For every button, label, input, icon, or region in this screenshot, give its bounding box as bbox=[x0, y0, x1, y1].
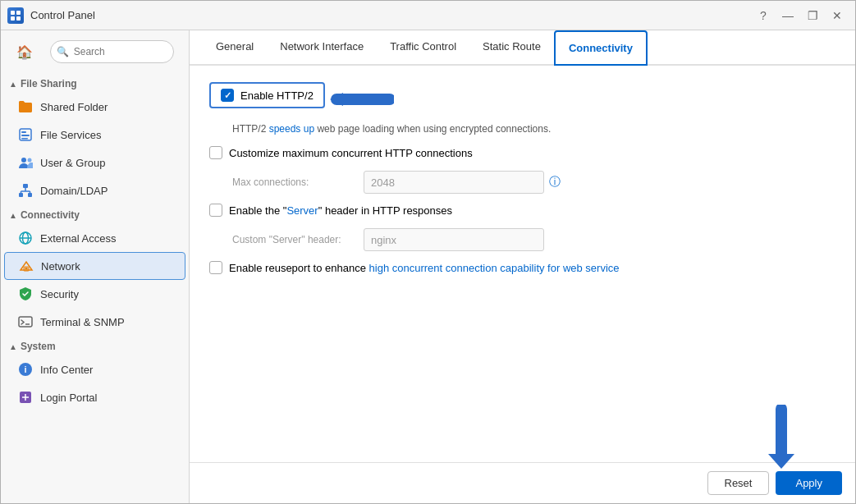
home-button[interactable]: 🏠 bbox=[14, 39, 35, 65]
sidebar-item-shared-folder[interactable]: Shared Folder bbox=[1, 93, 189, 121]
system-section-header[interactable]: ▲ System bbox=[1, 336, 189, 355]
custom-server-input[interactable] bbox=[364, 228, 544, 251]
svg-rect-11 bbox=[19, 193, 23, 197]
http2-label: Enable HTTP/2 bbox=[240, 89, 314, 102]
svg-rect-10 bbox=[23, 184, 28, 188]
search-icon: 🔍 bbox=[57, 46, 69, 57]
http2-checkbox[interactable] bbox=[221, 89, 234, 102]
connectivity-section-header[interactable]: ▲ Connectivity bbox=[1, 204, 189, 224]
chevron-down-icon: ▲ bbox=[9, 342, 17, 351]
sidebar-item-label: Domain/LDAP bbox=[40, 185, 108, 197]
sidebar-item-label: Terminal & SNMP bbox=[40, 316, 125, 328]
sidebar-top-row: 🏠 🔍 bbox=[1, 30, 189, 73]
main-window: Control Panel ? — ❐ ✕ 🏠 🔍 ▲ File Sharing bbox=[0, 0, 856, 504]
window-controls: ? — ❐ ✕ bbox=[752, 6, 849, 25]
sidebar-item-file-services[interactable]: File Services bbox=[1, 121, 189, 149]
svg-rect-5 bbox=[21, 131, 26, 133]
svg-point-9 bbox=[28, 158, 32, 163]
sidebar-item-label: Login Portal bbox=[40, 392, 97, 404]
apply-button[interactable]: Apply bbox=[776, 471, 842, 495]
content-area: Enable HTTP/2 HTTP/ bbox=[190, 66, 855, 462]
svg-rect-7 bbox=[21, 138, 28, 140]
footer-container: Reset Apply bbox=[190, 462, 855, 503]
tab-static-route[interactable]: Static Route bbox=[469, 30, 554, 66]
custom-server-label: Custom "Server" header: bbox=[232, 234, 364, 245]
users-icon bbox=[17, 154, 34, 171]
reuseport-text: Enable reuseport to enhance high concurr… bbox=[229, 262, 620, 274]
network-icon bbox=[18, 258, 34, 274]
sidebar-item-external-access[interactable]: External Access bbox=[1, 224, 189, 252]
svg-rect-0 bbox=[11, 11, 15, 15]
tab-general[interactable]: General bbox=[203, 30, 267, 66]
sidebar-item-security[interactable]: Security bbox=[1, 280, 189, 308]
sidebar-item-label: Security bbox=[40, 288, 79, 300]
svg-rect-1 bbox=[16, 11, 21, 15]
file-services-icon bbox=[17, 126, 34, 143]
reuseport-row: Enable reuseport to enhance high concurr… bbox=[209, 261, 835, 274]
sidebar-item-domain-ldap[interactable]: Domain/LDAP bbox=[1, 176, 189, 204]
login-icon bbox=[17, 389, 34, 405]
sidebar-item-label: Shared Folder bbox=[40, 101, 108, 113]
close-button[interactable]: ✕ bbox=[826, 6, 849, 25]
search-box: 🔍 bbox=[50, 40, 174, 63]
max-connections-row: Max connections: ⓘ bbox=[209, 171, 835, 194]
svg-rect-12 bbox=[28, 193, 32, 197]
highlight-speeds-up: speeds up bbox=[269, 123, 314, 135]
svg-rect-22 bbox=[19, 317, 32, 327]
http2-description: HTTP/2 speeds up web page loading when u… bbox=[209, 123, 835, 135]
folder-icon bbox=[17, 99, 34, 115]
help-button[interactable]: ? bbox=[752, 6, 775, 25]
chevron-down-icon: ▲ bbox=[9, 80, 17, 89]
tab-network-interface[interactable]: Network Interface bbox=[267, 30, 377, 66]
terminal-icon bbox=[17, 314, 34, 330]
chevron-down-icon: ▲ bbox=[9, 211, 17, 220]
minimize-button[interactable]: — bbox=[776, 6, 799, 25]
server-header-row: Enable the "Server" header in HTTP respo… bbox=[209, 204, 835, 217]
customize-http-label[interactable]: Customize maximum concurrent HTTP connec… bbox=[209, 146, 473, 159]
sidebar-item-label: Info Center bbox=[40, 364, 93, 376]
sidebar-item-label: Network bbox=[41, 260, 80, 273]
sidebar: 🏠 🔍 ▲ File Sharing Shared Folder bbox=[1, 30, 190, 503]
customize-http-text: Customize maximum concurrent HTTP connec… bbox=[229, 147, 473, 159]
http2-arrow-annotation bbox=[328, 85, 394, 114]
app-icon bbox=[7, 7, 24, 24]
file-sharing-section-header[interactable]: ▲ File Sharing bbox=[1, 73, 189, 93]
reuseport-label[interactable]: Enable reuseport to enhance high concurr… bbox=[209, 261, 620, 274]
sidebar-item-user-group[interactable]: User & Group bbox=[1, 149, 189, 176]
server-header-checkbox[interactable] bbox=[209, 204, 222, 217]
tab-traffic-control[interactable]: Traffic Control bbox=[377, 30, 469, 66]
info-icon[interactable]: ⓘ bbox=[549, 175, 561, 190]
sidebar-item-label: User & Group bbox=[40, 157, 105, 169]
max-connections-input[interactable] bbox=[364, 171, 544, 194]
svg-rect-6 bbox=[21, 135, 30, 136]
svg-rect-21 bbox=[25, 268, 28, 269]
svg-rect-2 bbox=[11, 16, 15, 21]
shield-icon bbox=[17, 286, 34, 302]
footer: Reset Apply bbox=[190, 462, 855, 503]
globe-icon bbox=[17, 230, 34, 246]
file-sharing-label: File Sharing bbox=[21, 78, 77, 89]
svg-point-8 bbox=[21, 158, 26, 163]
svg-text:i: i bbox=[24, 364, 26, 374]
http2-row: Enable HTTP/2 bbox=[209, 82, 835, 117]
reset-button[interactable]: Reset bbox=[707, 471, 770, 495]
enable-http2-checkbox-container[interactable]: Enable HTTP/2 bbox=[209, 82, 325, 108]
reuseport-checkbox[interactable] bbox=[209, 261, 222, 274]
maximize-button[interactable]: ❐ bbox=[801, 6, 824, 25]
tab-connectivity[interactable]: Connectivity bbox=[554, 30, 648, 66]
custom-server-row: Custom "Server" header: bbox=[209, 228, 835, 251]
customize-http-row: Customize maximum concurrent HTTP connec… bbox=[209, 146, 835, 159]
main-content: 🏠 🔍 ▲ File Sharing Shared Folder bbox=[1, 30, 855, 503]
window-title: Control Panel bbox=[30, 9, 752, 21]
sidebar-item-login-portal[interactable]: Login Portal bbox=[1, 383, 189, 411]
customize-http-checkbox[interactable] bbox=[209, 146, 222, 159]
svg-rect-3 bbox=[16, 16, 21, 21]
sidebar-item-info-center[interactable]: i Info Center bbox=[1, 355, 189, 383]
sidebar-item-network[interactable]: Network bbox=[4, 252, 185, 280]
right-panel: General Network Interface Traffic Contro… bbox=[190, 30, 855, 503]
sidebar-item-terminal-snmp[interactable]: Terminal & SNMP bbox=[1, 308, 189, 336]
connectivity-label: Connectivity bbox=[21, 209, 80, 221]
sidebar-item-label: File Services bbox=[40, 129, 101, 141]
server-header-label[interactable]: Enable the "Server" header in HTTP respo… bbox=[209, 204, 452, 217]
domain-icon bbox=[17, 182, 34, 199]
